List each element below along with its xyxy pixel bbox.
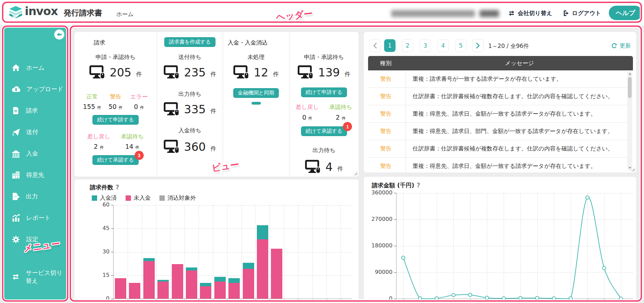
invoice-file-icon: [11, 106, 20, 115]
line-data-point: [502, 297, 505, 300]
type-column-header: 種別: [368, 59, 406, 67]
help-button[interactable]: ヘルプ: [609, 6, 642, 20]
table-row[interactable]: 警告 重複：得意先、請求日、部門、金額が一致する請求データが存在しています。: [368, 123, 633, 140]
sidebar-item-customers[interactable]: 得意先: [4, 164, 67, 186]
table-scrollbar[interactable]: [627, 71, 632, 170]
continue-approve-button[interactable]: 続けて承認する 3: [92, 155, 139, 165]
home-icon: [11, 63, 20, 72]
sidebar-item-label: アップロード: [26, 85, 63, 93]
bar-unpaid-segment: [228, 283, 240, 299]
bar-unpaid-segment: [172, 264, 183, 299]
line-data-point: [435, 297, 438, 300]
bar-paid-segment: [257, 225, 268, 239]
unit-label: 件: [140, 105, 144, 110]
x-tick: [114, 299, 114, 301]
gridline: [156, 205, 156, 299]
gridline: [341, 205, 341, 299]
table-row[interactable]: 警告 重複：得意先、請求日、金額が一致する請求データが存在しています。: [368, 158, 633, 173]
gridline: [312, 205, 313, 299]
sidebar-item-label: ホーム: [26, 64, 45, 72]
pagination-prev-button[interactable]: [369, 39, 380, 52]
account-name-redacted: [391, 10, 475, 17]
gear-icon: [11, 235, 20, 244]
x-tick: [298, 299, 299, 301]
y-tick: [394, 272, 396, 273]
table-row[interactable]: 警告 重複：得意先、請求日、金額が一致する請求データが存在しています。: [368, 105, 633, 123]
x-tick: [241, 299, 242, 301]
continue-apply-button[interactable]: 続けて申請する: [301, 87, 347, 97]
x-tick: [199, 299, 199, 301]
gridline: [298, 205, 298, 299]
pending-approval-label: 申請・承認待ち: [74, 53, 157, 61]
sidebar-item-deposit[interactable]: 入金: [4, 143, 67, 164]
pagination-page-4[interactable]: 4: [437, 39, 449, 52]
gridline: [114, 252, 352, 252]
bar-paid-segment: [143, 258, 155, 261]
pagination-page-2[interactable]: 2: [402, 39, 413, 52]
line-data-point: [418, 297, 422, 300]
invoice-amount-chart-card: 請求金額 (千円)? 090000180000270000360000: [364, 177, 636, 303]
monitor-mouse-icon: [233, 65, 249, 79]
sidebar-item-send[interactable]: 送付: [4, 121, 67, 143]
bar-unpaid-segment: [129, 283, 140, 299]
pagination-page-3[interactable]: 3: [420, 39, 431, 52]
scroll-down-arrow[interactable]: [627, 165, 632, 170]
row-type: 警告: [368, 158, 406, 173]
continue-approve-label: 続けて承認する: [97, 157, 134, 163]
continue-apply-button[interactable]: 続けて申請する: [92, 115, 139, 125]
scrollbar-thumb[interactable]: [628, 77, 632, 98]
auto-clear-button[interactable]: [252, 102, 261, 105]
create-invoice-button[interactable]: 請求書を作成する: [164, 37, 215, 47]
logout-button[interactable]: ログアウト: [563, 9, 601, 17]
logout-icon: [563, 10, 570, 17]
legend-item-excluded: 消込対象外: [159, 194, 196, 202]
help-icon[interactable]: ?: [417, 181, 420, 189]
x-tick: [227, 299, 228, 301]
unit-label: 件: [210, 107, 216, 115]
x-tick: [327, 299, 327, 301]
sidebar-item-export[interactable]: 出力: [4, 186, 67, 207]
bar-paid-segment: [186, 267, 197, 270]
sidebar-item-service-switch[interactable]: サービス切り替え: [4, 266, 67, 288]
invoice-queue-column: 請求書を作成する 送付待ち 235 件 出力待ち 335 件 入金待ち 360 …: [157, 32, 223, 177]
awaiting-label: 承認待ち: [116, 133, 149, 140]
monitor-mouse-icon: [164, 65, 180, 79]
table-row[interactable]: 警告 仕訳辞書：仕訳辞書候補が複数存在します。仕訳の内容を確認してください。: [368, 140, 633, 158]
pagination-page-1[interactable]: 1: [384, 39, 396, 52]
sidebar-item-home[interactable]: ホーム: [4, 57, 67, 78]
continue-approve-button[interactable]: 続けて承認する 1: [301, 126, 347, 136]
unit-label: 件: [337, 165, 343, 173]
sidebar-collapse-button[interactable]: [54, 29, 64, 40]
row-type: 警告: [368, 105, 406, 122]
line-data-point: [402, 256, 405, 259]
sidebar-item-label: 送付: [26, 128, 38, 136]
sidebar-item-report[interactable]: レポート: [4, 207, 67, 229]
nav-home[interactable]: ホーム: [116, 10, 134, 18]
payment-wait-stat: 360 件: [157, 140, 223, 154]
table-row[interactable]: 警告 重複：請求番号が一致する請求データが存在しています。: [368, 70, 633, 88]
x-tick: [453, 299, 454, 301]
sidebar-item-upload[interactable]: アップロード: [4, 78, 67, 100]
bar-chart-title: 請求件数?: [90, 183, 119, 191]
bank-sync-button[interactable]: 金融機関と同期: [233, 88, 279, 98]
payment-output-count: 4: [326, 160, 333, 174]
unprocessed-count: 12: [254, 66, 268, 79]
unit-label: 件: [345, 70, 350, 78]
help-icon[interactable]: ?: [116, 183, 119, 191]
unit-label: 件: [308, 116, 312, 121]
table-row[interactable]: 警告 仕訳辞書：仕訳辞書候補が複数存在します。仕訳の内容を確認してください。: [368, 88, 633, 105]
unprocessed-stat: 12 件: [223, 65, 289, 79]
returned-awaiting-labels: 差し戻し 承認待ち: [289, 103, 359, 111]
pagination-next-button[interactable]: [472, 39, 484, 52]
y-tick: [394, 193, 396, 193]
x-tick: [403, 299, 404, 301]
sidebar-item-settings[interactable]: 設定: [4, 229, 67, 250]
pagination-page-5[interactable]: 5: [455, 39, 467, 52]
status-ok-label: 正常: [79, 93, 105, 101]
y-tick: [394, 246, 396, 246]
refresh-button[interactable]: 更新: [611, 42, 631, 50]
scroll-up-arrow[interactable]: [627, 71, 632, 76]
sidebar-item-invoice[interactable]: 請求: [4, 100, 67, 121]
x-tick: [185, 299, 185, 301]
company-switch-button[interactable]: 会社切り替え: [508, 9, 552, 17]
